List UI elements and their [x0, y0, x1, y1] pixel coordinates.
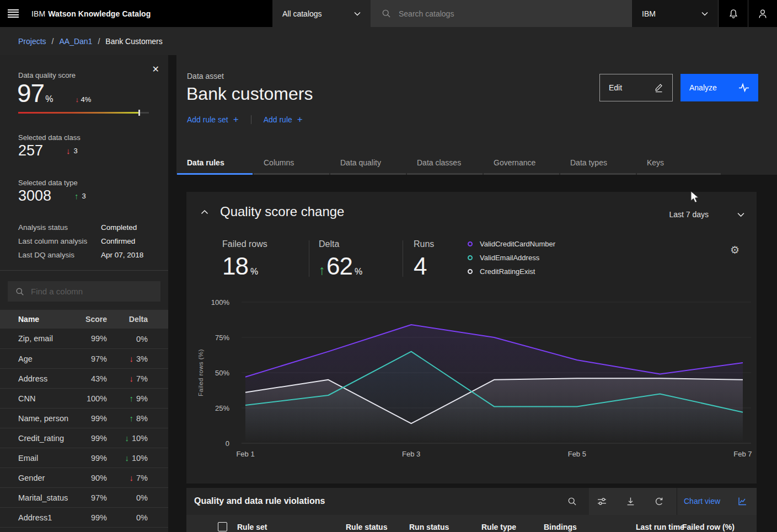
quality-score-chart: 100%75%50%25%0Failed rows (%)Feb 1Feb 3F… — [186, 192, 757, 483]
tab-data-types[interactable]: Data types — [560, 155, 636, 175]
breadcrumb-projects[interactable]: Projects — [18, 37, 46, 46]
refresh-button[interactable] — [646, 488, 672, 515]
breadcrumb-project-name[interactable]: AA_Dan1 — [59, 37, 92, 46]
chevron-down-icon — [701, 12, 708, 16]
column-table-row[interactable]: Name, person99%↑8% — [0, 408, 168, 428]
violations-header-5[interactable]: Last run time — [636, 523, 684, 531]
tab-data-rules[interactable]: Data rules — [177, 155, 253, 175]
quality-score-card: Quality score change Last 7 days Failed … — [186, 192, 757, 483]
analyze-button[interactable]: Analyze — [680, 74, 758, 101]
add-icon[interactable]: + — [297, 114, 303, 125]
notifications-button[interactable] — [718, 0, 748, 27]
edit-button[interactable]: Edit — [599, 74, 673, 101]
arrow-down-icon: ↓ — [75, 95, 79, 104]
analysis-status-list: Analysis statusCompletedLast column anal… — [18, 221, 151, 262]
account-selector-label: IBM — [642, 9, 701, 18]
x-tick-label: Feb 7 — [733, 450, 752, 458]
user-icon — [758, 9, 768, 19]
brand-name: Watson Knowledge Catalog — [48, 9, 151, 18]
violations-header-3[interactable]: Rule type — [481, 523, 516, 531]
header-name[interactable]: Name — [18, 315, 75, 324]
chart-line-icon[interactable] — [738, 497, 747, 506]
column-table-row[interactable]: Age97%↓3% — [0, 348, 168, 368]
data-class-delta: 3 — [74, 147, 78, 155]
column-table-row[interactable]: Zip, email99%0% — [0, 329, 168, 348]
data-type-label: Selected data type — [18, 179, 78, 187]
brand-prefix: IBM — [31, 9, 45, 18]
x-tick-label: Feb 1 — [236, 450, 254, 458]
column-table-row[interactable]: CNN100%↑9% — [0, 388, 168, 408]
violations-header-1[interactable]: Rule status — [346, 523, 387, 531]
header-delta[interactable]: Delta — [107, 315, 148, 324]
quality-score-marker — [138, 110, 140, 116]
tab-governance[interactable]: Governance — [484, 155, 559, 175]
page-title: Bank customers — [186, 84, 313, 104]
arrow-down-icon: ↓ — [130, 374, 134, 383]
tab-data-quality[interactable]: Data quality — [330, 155, 406, 175]
quality-score-value: 97 — [17, 78, 44, 108]
breadcrumb-separator: / — [98, 37, 100, 46]
add-rule-set-link[interactable]: Add rule set — [187, 115, 228, 124]
column-table-row[interactable]: Address199%0% — [0, 507, 168, 527]
chart-view-toggle[interactable]: Chart view — [684, 497, 720, 506]
column-table-row[interactable]: Email99%↓10% — [0, 448, 168, 467]
x-tick-label: Feb 5 — [568, 450, 586, 458]
column-table-row[interactable]: Gender90%↓7% — [0, 467, 168, 487]
arrow-down-icon: ↓ — [130, 354, 134, 363]
violations-header-0[interactable]: Rule set — [237, 523, 267, 531]
arrow-down-icon: ↓ — [66, 146, 71, 155]
bell-icon — [728, 9, 738, 19]
arrow-up-icon: ↑ — [74, 191, 79, 201]
profile-button[interactable] — [748, 0, 777, 27]
download-button[interactable] — [617, 488, 644, 515]
add-rule-link[interactable]: Add rule — [264, 115, 292, 124]
data-class-value: 257 — [18, 142, 43, 159]
filter-button[interactable] — [588, 488, 615, 515]
hamburger-menu-icon[interactable] — [0, 0, 26, 27]
analysis-row: Last DQ analysisApr 07, 2018 — [18, 248, 151, 262]
add-icon[interactable]: + — [233, 114, 239, 125]
tab-data-classes[interactable]: Data classes — [407, 155, 483, 175]
chevron-down-icon — [354, 12, 361, 16]
column-search — [8, 281, 160, 302]
edit-button-label: Edit — [609, 83, 622, 92]
header-score[interactable]: Score — [75, 315, 107, 324]
column-table-row[interactable]: 100%↑4% — [0, 527, 168, 532]
download-icon — [626, 497, 635, 506]
quality-score-unit: % — [45, 94, 53, 104]
tab-keys[interactable]: Keys — [637, 155, 721, 175]
y-tick-label: 25% — [215, 404, 229, 412]
violations-header-2[interactable]: Run status — [409, 523, 449, 531]
violations-header-6[interactable]: Failed row (%) — [682, 523, 735, 531]
search-button[interactable] — [559, 488, 585, 515]
column-table-row[interactable]: Marital_status97%0% — [0, 487, 168, 507]
y-axis-label: Failed rows (%) — [197, 349, 204, 396]
column-table-body: Zip, email99%0% Age97%↓3% Address43%↓7% … — [0, 329, 168, 532]
restart-icon — [655, 497, 664, 506]
sidebar-divider — [0, 270, 168, 271]
y-tick-label: 75% — [215, 334, 229, 342]
catalog-selector[interactable]: All catalogs — [272, 0, 371, 27]
column-search-input[interactable] — [31, 287, 147, 296]
data-type-value: 3008 — [18, 187, 51, 205]
search-input[interactable] — [399, 9, 608, 18]
hamburger-bars — [8, 8, 19, 19]
column-table-row[interactable]: Credit_rating99%↓10% — [0, 428, 168, 448]
violations-header-4[interactable]: Bindings — [544, 523, 577, 531]
column-table-row[interactable]: Address43%↓7% — [0, 368, 168, 388]
tab-columns[interactable]: Columns — [254, 155, 329, 175]
rule-links: Add rule set + Add rule + — [187, 114, 303, 125]
breadcrumb-current: Bank Customers — [105, 37, 162, 46]
top-nav: IBM Watson Knowledge Catalog All catalog… — [0, 0, 777, 27]
violations-title: Quality and data rule violations — [194, 496, 325, 506]
link-divider — [251, 115, 251, 124]
series-area-CreditRatingExist — [245, 378, 743, 443]
catalog-search — [371, 0, 631, 27]
select-all-checkbox[interactable] — [218, 522, 227, 531]
search-icon — [15, 287, 24, 296]
analyze-button-label: Analyze — [689, 83, 717, 92]
analysis-row: Analysis statusCompleted — [18, 221, 151, 234]
account-selector[interactable]: IBM — [631, 0, 718, 27]
close-icon[interactable]: ✕ — [152, 65, 159, 74]
violations-toolbar: Quality and data rule violations Chart v… — [186, 488, 757, 515]
